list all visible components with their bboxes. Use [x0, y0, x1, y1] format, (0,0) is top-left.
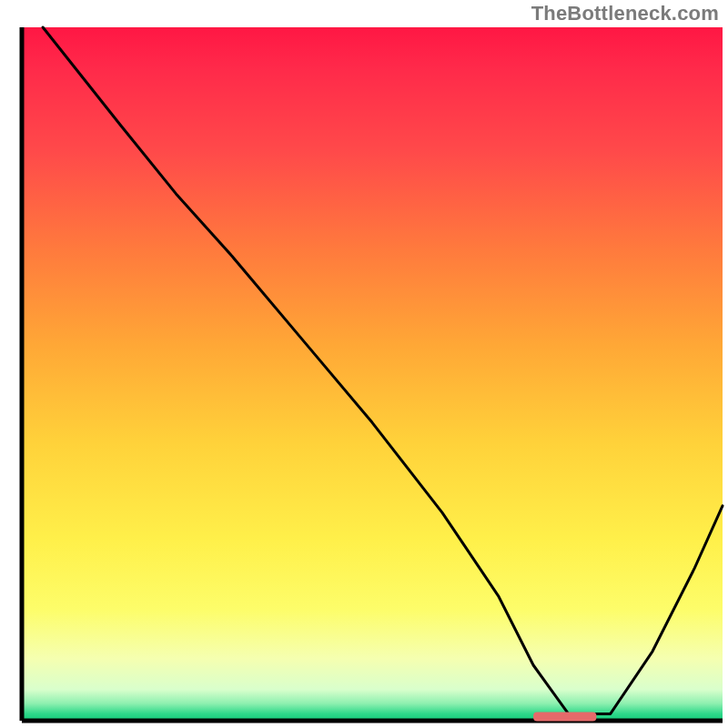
optimal-range-marker — [533, 712, 596, 721]
bottleneck-chart — [0, 0, 728, 728]
watermark-text: TheBottleneck.com — [531, 2, 719, 25]
chart-frame: TheBottleneck.com — [0, 0, 728, 728]
